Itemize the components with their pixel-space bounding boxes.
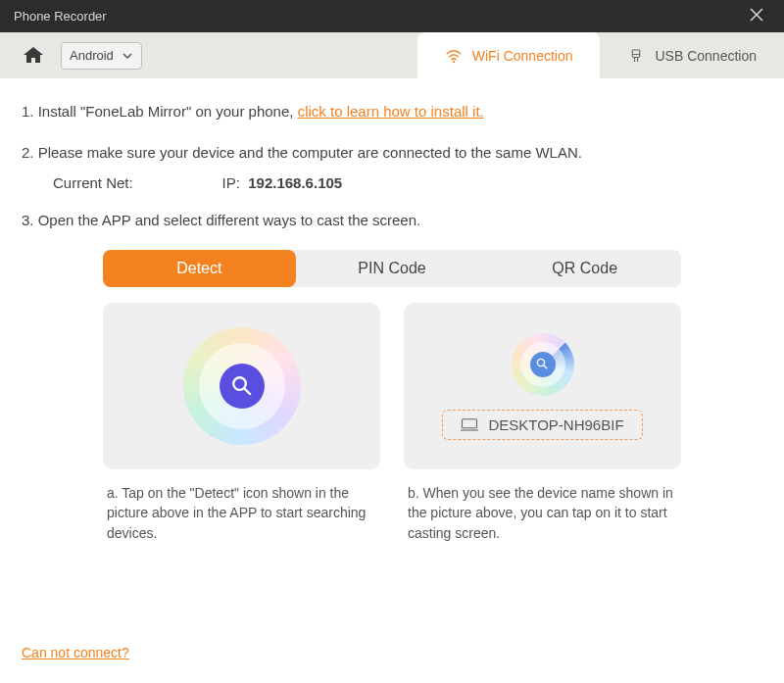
svg-rect-4 bbox=[463, 419, 477, 428]
detect-icon-large bbox=[183, 327, 301, 445]
tab-wifi-label: WiFi Connection bbox=[472, 48, 573, 64]
search-icon bbox=[530, 352, 556, 377]
search-icon bbox=[220, 364, 265, 409]
cast-tab-qr[interactable]: QR Code bbox=[488, 250, 681, 287]
footer: Can not connect? bbox=[22, 644, 129, 661]
install-help-link[interactable]: click to learn how to install it. bbox=[298, 103, 484, 120]
home-icon[interactable] bbox=[22, 44, 45, 68]
network-info: Current Net: IP: 192.168.6.105 bbox=[53, 174, 762, 191]
usb-icon bbox=[627, 47, 645, 65]
platform-dropdown[interactable]: Android bbox=[61, 42, 142, 70]
current-net-label: Current Net: bbox=[53, 174, 133, 191]
cannot-connect-link[interactable]: Can not connect? bbox=[22, 645, 129, 660]
main-content: 1. Install "FoneLab Mirror" on your phon… bbox=[0, 78, 784, 543]
card-b: DESKTOP-NH96BIF b. When you see the devi… bbox=[404, 303, 681, 543]
detect-icon-small bbox=[512, 333, 574, 396]
chevron-down-icon bbox=[122, 50, 133, 62]
svg-rect-1 bbox=[633, 50, 641, 55]
tab-wifi-connection[interactable]: WiFi Connection bbox=[417, 32, 601, 78]
svg-point-2 bbox=[233, 378, 246, 391]
cast-tab-detect[interactable]: Detect bbox=[103, 250, 296, 287]
step-1-text: 1. Install "FoneLab Mirror" on your phon… bbox=[22, 103, 298, 120]
toolbar: Android WiFi Connection USB Connection bbox=[0, 32, 784, 78]
close-icon[interactable] bbox=[743, 3, 770, 29]
device-name-box: DESKTOP-NH96BIF bbox=[442, 410, 642, 440]
step-2: 2. Please make sure your device and the … bbox=[22, 141, 762, 165]
device-name: DESKTOP-NH96BIF bbox=[488, 416, 623, 433]
cast-method-tabs: Detect PIN Code QR Code bbox=[103, 250, 681, 287]
window-title: Phone Recorder bbox=[14, 9, 107, 24]
titlebar: Phone Recorder bbox=[0, 0, 784, 32]
step-1: 1. Install "FoneLab Mirror" on your phon… bbox=[22, 100, 762, 123]
card-a-caption: a. Tap on the "Detect" icon shown in the… bbox=[103, 469, 380, 543]
svg-point-0 bbox=[453, 60, 455, 62]
step-3: 3. Open the APP and select different way… bbox=[22, 209, 762, 232]
wifi-icon bbox=[445, 47, 463, 65]
connection-tabs: WiFi Connection USB Connection bbox=[417, 32, 784, 78]
card-b-illustration: DESKTOP-NH96BIF bbox=[404, 303, 681, 469]
card-b-caption: b. When you see the device name shown in… bbox=[404, 469, 681, 543]
svg-point-3 bbox=[538, 360, 545, 366]
ip-value: 192.168.6.105 bbox=[248, 174, 342, 191]
tab-usb-label: USB Connection bbox=[655, 48, 757, 64]
card-a-illustration bbox=[103, 303, 380, 469]
instruction-cards: a. Tap on the "Detect" icon shown in the… bbox=[103, 303, 681, 543]
ip-label: IP: bbox=[222, 174, 240, 191]
card-a: a. Tap on the "Detect" icon shown in the… bbox=[103, 303, 380, 543]
tab-usb-connection[interactable]: USB Connection bbox=[600, 32, 784, 78]
monitor-icon bbox=[461, 417, 478, 431]
platform-label: Android bbox=[70, 48, 114, 63]
cast-tab-pin[interactable]: PIN Code bbox=[296, 250, 489, 287]
